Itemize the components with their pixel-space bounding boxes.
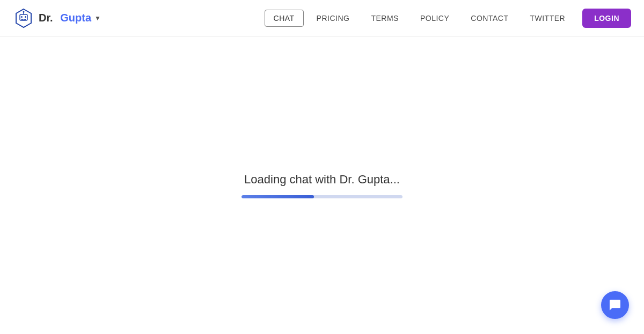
nav-contact-button[interactable]: CONTACT — [462, 10, 517, 27]
chat-bubble-icon — [609, 299, 621, 311]
progress-bar-fill — [241, 195, 314, 198]
nav-login-button[interactable]: LOGIN — [582, 9, 631, 28]
navbar: Dr. Gupta ▼ CHAT PRICING TERMS POLICY CO… — [0, 0, 644, 36]
progress-bar-track — [241, 195, 402, 198]
brand-gupta-text: Gupta — [60, 12, 91, 24]
chat-bubble-button[interactable] — [601, 291, 629, 319]
svg-rect-0 — [20, 14, 27, 20]
loading-message: Loading chat with Dr. Gupta... — [244, 173, 400, 187]
brand-logo-icon — [13, 8, 34, 29]
svg-point-1 — [21, 16, 23, 18]
svg-point-4 — [23, 11, 25, 12]
brand-dropdown-icon: ▼ — [94, 14, 101, 22]
brand-logo-link[interactable]: Dr. Gupta ▼ — [13, 8, 101, 29]
main-content: Loading chat with Dr. Gupta... — [0, 36, 644, 334]
nav-terms-button[interactable]: TERMS — [362, 10, 407, 27]
svg-point-2 — [25, 16, 26, 18]
nav-pricing-button[interactable]: PRICING — [308, 10, 358, 27]
nav-chat-button[interactable]: CHAT — [265, 10, 304, 27]
nav-twitter-button[interactable]: TWITTER — [521, 10, 574, 27]
nav-links: CHAT PRICING TERMS POLICY CONTACT TWITTE… — [265, 9, 631, 28]
brand-dr-text: Dr. — [39, 12, 53, 24]
nav-policy-button[interactable]: POLICY — [412, 10, 458, 27]
